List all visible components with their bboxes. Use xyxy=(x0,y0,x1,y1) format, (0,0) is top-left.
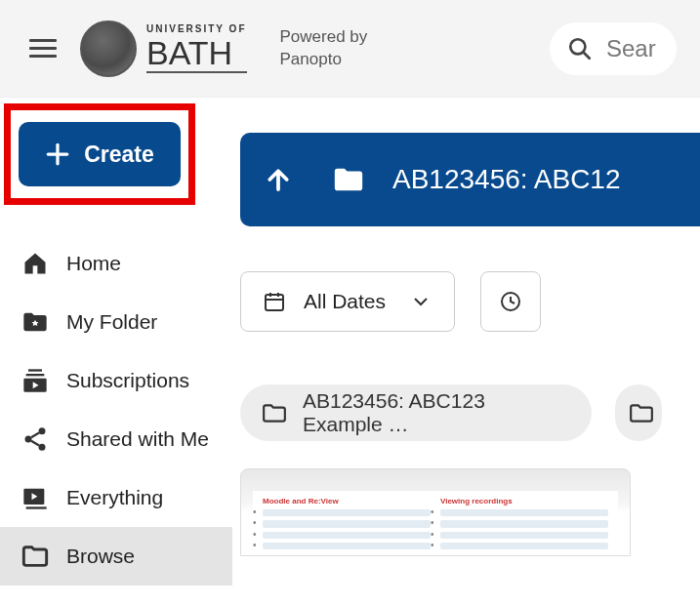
sidebar-nav: Home My Folder Subscriptions Shared with… xyxy=(0,234,232,586)
svg-rect-6 xyxy=(26,374,45,376)
arrow-up-icon xyxy=(264,165,293,194)
breadcrumb-row: AB123456: ABC123 Example … xyxy=(240,384,700,441)
sidebar-item-label: Shared with Me xyxy=(66,427,209,451)
video-thumbnail[interactable]: Moodle and Re:View Viewing recordings xyxy=(240,468,631,556)
folder-header: AB123456: ABC12 xyxy=(240,133,700,226)
thumb-col1-title: Moodle and Re:View xyxy=(263,497,431,505)
search-box[interactable] xyxy=(550,22,677,75)
chevron-down-icon xyxy=(409,290,432,313)
time-filter[interactable] xyxy=(480,271,541,332)
brand: UNIVERSITY OF BATH Powered by Panopto xyxy=(80,20,367,77)
sidebar-item-shared[interactable]: Shared with Me xyxy=(0,410,232,468)
svg-line-1 xyxy=(583,52,590,59)
home-icon xyxy=(21,250,49,277)
folder-title: AB123456: ABC12 xyxy=(392,164,621,195)
breadcrumb-more[interactable] xyxy=(615,384,662,441)
sidebar-item-everything[interactable]: Everything xyxy=(0,468,232,527)
video-stack-icon xyxy=(21,484,49,511)
star-folder-icon xyxy=(21,308,49,336)
folder-outline-icon xyxy=(21,543,49,570)
brand-seal-icon xyxy=(80,20,137,77)
brand-name: BATH xyxy=(146,36,247,73)
folder-outline-icon xyxy=(629,400,654,425)
create-highlight: Create xyxy=(4,103,195,205)
sidebar-item-label: Browse xyxy=(66,545,135,568)
create-label: Create xyxy=(84,141,154,168)
svg-point-10 xyxy=(25,436,32,443)
sidebar-item-subscriptions[interactable]: Subscriptions xyxy=(0,351,232,410)
date-filter-label: All Dates xyxy=(304,290,386,313)
sidebar-item-home[interactable]: Home xyxy=(0,234,232,293)
brand-university: UNIVERSITY OF xyxy=(146,24,247,34)
sidebar-item-label: Subscriptions xyxy=(66,369,189,392)
brand-logo: UNIVERSITY OF BATH xyxy=(80,20,247,77)
sidebar-item-label: My Folder xyxy=(66,310,157,334)
thumb-col2-title: Viewing recordings xyxy=(440,497,608,505)
subscriptions-icon xyxy=(21,367,49,394)
main-content: AB123456: ABC12 All Dates AB123456: ABC1… xyxy=(232,98,700,606)
folder-icon xyxy=(332,163,365,196)
svg-line-13 xyxy=(31,441,39,446)
sidebar-item-label: Home xyxy=(66,252,121,275)
folder-up-button[interactable] xyxy=(240,133,316,226)
plus-icon xyxy=(45,141,70,167)
filter-row: All Dates xyxy=(240,271,700,332)
search-icon xyxy=(567,36,593,61)
folder-outline-icon xyxy=(262,400,287,425)
date-filter[interactable]: All Dates xyxy=(240,271,455,332)
svg-rect-16 xyxy=(26,506,47,508)
create-button[interactable]: Create xyxy=(19,122,181,186)
svg-rect-17 xyxy=(266,295,283,310)
calendar-icon xyxy=(263,290,286,313)
svg-rect-5 xyxy=(28,369,42,371)
svg-point-9 xyxy=(39,427,46,434)
sidebar: Create Home My Folder Subscriptions Shar… xyxy=(0,98,232,606)
powered-by: Powered by Panopto xyxy=(280,26,368,69)
svg-point-11 xyxy=(39,444,46,451)
sidebar-item-label: Everything xyxy=(66,486,163,509)
sidebar-item-browse[interactable]: Browse xyxy=(0,527,232,586)
breadcrumb-label: AB123456: ABC123 Example … xyxy=(303,389,570,436)
search-input[interactable] xyxy=(606,35,665,62)
sidebar-item-my-folder[interactable]: My Folder xyxy=(0,293,232,351)
top-bar: UNIVERSITY OF BATH Powered by Panopto xyxy=(0,0,700,98)
clock-icon xyxy=(499,290,522,313)
menu-toggle[interactable] xyxy=(23,29,62,68)
share-icon xyxy=(21,425,49,453)
svg-line-12 xyxy=(31,433,39,438)
breadcrumb-folder[interactable]: AB123456: ABC123 Example … xyxy=(240,384,592,441)
